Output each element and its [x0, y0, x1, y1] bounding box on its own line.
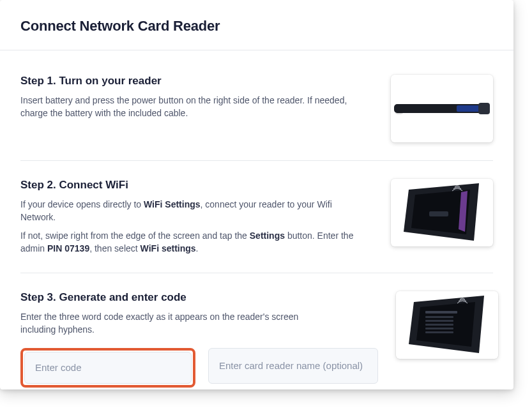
reader-wifi-image	[391, 179, 493, 246]
input-row	[20, 348, 378, 388]
step-1-heading: Step 1. Turn on your reader	[20, 75, 360, 87]
step-1-text: Step 1. Turn on your reader Insert batte…	[20, 75, 378, 120]
step-2: Step 2. Connect WiFi If your device open…	[20, 161, 493, 273]
svg-rect-13	[425, 324, 453, 326]
connect-reader-panel: Connect Network Card Reader Step 1. Turn…	[0, 0, 513, 389]
code-input[interactable]	[24, 352, 192, 384]
svg-rect-12	[425, 320, 453, 322]
reader-code-image	[396, 291, 498, 359]
card-reader-side-icon	[393, 99, 492, 118]
svg-rect-11	[425, 316, 453, 318]
svg-rect-15	[425, 331, 453, 333]
panel-header: Connect Network Card Reader	[0, 0, 513, 50]
card-reader-code-icon	[402, 293, 492, 357]
step-3: Step 3. Generate and enter code Enter th…	[20, 273, 493, 388]
svg-rect-2	[478, 103, 490, 114]
svg-rect-10	[425, 311, 457, 314]
step-3-heading: Step 3. Generate and enter code	[20, 291, 378, 304]
settings-bold: Settings	[250, 230, 285, 241]
step-1-desc: Insert battery and press the power butto…	[20, 94, 360, 120]
step-2-p2: If not, swipe right from the edge of the…	[20, 229, 360, 255]
panel-content: Step 1. Turn on your reader Insert batte…	[0, 50, 513, 389]
step-2-p1: If your device opens directly to WiFi Se…	[20, 198, 360, 224]
wifi-settings-bold-2: WiFi settings	[141, 243, 196, 253]
t: , then select	[89, 243, 140, 253]
t: If not, swipe right from the edge of the…	[20, 230, 250, 241]
page-title: Connect Network Card Reader	[20, 18, 493, 34]
svg-rect-1	[457, 105, 481, 112]
svg-rect-7	[429, 211, 448, 216]
reader-name-input[interactable]	[208, 348, 378, 384]
step-2-text: Step 2. Connect WiFi If your device open…	[20, 179, 378, 255]
card-reader-wifi-icon	[397, 181, 487, 245]
t: .	[196, 243, 199, 253]
reader-side-image	[391, 75, 493, 142]
step-2-heading: Step 2. Connect WiFi	[20, 179, 360, 192]
svg-rect-14	[425, 328, 453, 329]
code-input-highlight	[20, 348, 195, 388]
t: If your device opens directly to	[20, 199, 144, 209]
step-3-desc: Enter the three word code exactly as it …	[20, 310, 301, 336]
svg-point-3	[395, 112, 403, 114]
wifi-settings-bold: WiFi Settings	[144, 199, 201, 209]
step-3-text: Step 3. Generate and enter code Enter th…	[20, 291, 396, 388]
step-1: Step 1. Turn on your reader Insert batte…	[20, 57, 493, 161]
pin-bold: PIN 07139	[47, 243, 89, 253]
